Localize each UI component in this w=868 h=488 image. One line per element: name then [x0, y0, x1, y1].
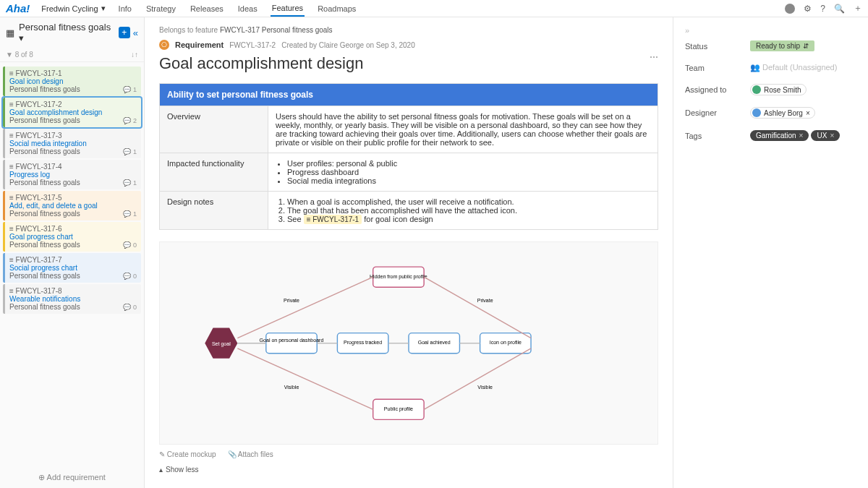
svg-text:Goal on personal dashboard: Goal on personal dashboard	[260, 338, 324, 343]
parent-link[interactable]: FWCYL-317 Personal fitness goals	[220, 26, 333, 34]
svg-rect-2	[266, 333, 317, 354]
requirement-card[interactable]: ≡ FWCYL-317-7Social progress chartPerson…	[3, 253, 141, 283]
help-icon[interactable]: ?	[820, 4, 825, 14]
search-icon[interactable]: 🔍	[834, 4, 845, 14]
svg-text:Set goal: Set goal	[212, 341, 231, 347]
record-type: Requirement	[175, 40, 224, 49]
show-less-button[interactable]: ▴ Show less	[159, 466, 658, 474]
add-button[interactable]: +	[119, 27, 130, 38]
avatar[interactable]	[785, 4, 795, 14]
filter-icon[interactable]: ▼ 8 of 8	[6, 51, 33, 59]
nav-info[interactable]: Info	[117, 1, 133, 17]
svg-line-20	[237, 348, 373, 410]
logo: Aha!	[6, 2, 30, 14]
gear-icon[interactable]: ⚙	[804, 4, 812, 14]
assignee-chip[interactable]: Rose Smith	[750, 84, 807, 95]
nav-ideas[interactable]: Ideas	[237, 1, 259, 17]
tab-history[interactable]: HISTORY	[292, 484, 327, 488]
requirement-card[interactable]: ≡ FWCYL-317-1Goal icon designPersonal fi…	[3, 67, 141, 96]
record-id: FWCYL-317-2	[229, 41, 276, 49]
svg-text:Progress tracked: Progress tracked	[344, 340, 382, 346]
requirement-card[interactable]: ≡ FWCYL-317-5Add, edit, and delete a goa…	[3, 191, 141, 221]
requirement-card[interactable]: ≡ FWCYL-317-3Social media integrationPer…	[3, 129, 141, 158]
page-title[interactable]: Goal accomplishment design	[159, 54, 658, 73]
expand-icon[interactable]: »	[685, 26, 856, 35]
svg-text:Hidden from public profile: Hidden from public profile	[370, 274, 427, 280]
board-icon: ▦	[6, 27, 14, 38]
attach-files-button[interactable]: 📎 Attach files	[228, 450, 273, 458]
nav-releases[interactable]: Releases	[189, 1, 225, 17]
svg-line-18	[237, 277, 373, 338]
requirement-card[interactable]: ≡ FWCYL-317-4Progress logPersonal fitnes…	[3, 160, 141, 189]
record-created: Created by Claire George on Sep 3, 2020	[281, 41, 415, 49]
reference-pill[interactable]: ≡ FWCYL-317-1	[304, 215, 362, 224]
svg-text:Icon on profile: Icon on profile	[490, 340, 522, 346]
requirement-icon: ⎔	[159, 40, 169, 50]
description-table[interactable]: Ability to set personal fitness goals Ov…	[159, 83, 658, 230]
product-selector[interactable]: Fredwin Cycling ▾	[41, 4, 105, 13]
tag-chip[interactable]: Gamification ×	[750, 130, 809, 141]
breadcrumb: Belongs to feature FWCYL-317 Personal fi…	[159, 26, 658, 34]
nav-features[interactable]: Features	[271, 1, 305, 17]
tab-todos[interactable]: TO-DOS 1	[233, 484, 277, 488]
svg-text:Private: Private	[477, 298, 493, 303]
svg-line-21	[424, 348, 531, 410]
collapse-icon[interactable]: «	[133, 27, 138, 38]
add-requirement-button[interactable]: ⊕ Add requirement	[0, 467, 144, 488]
team-field[interactable]: 👥 Default (Unassigned)	[750, 63, 856, 72]
requirement-card[interactable]: ≡ FWCYL-317-6Goal progress chartPersonal…	[3, 222, 141, 252]
svg-text:Public profile: Public profile	[384, 406, 413, 412]
diagram[interactable]: Set goal Goal on personal dashboard Prog…	[159, 241, 658, 445]
nav-roadmaps[interactable]: Roadmaps	[316, 1, 357, 17]
svg-text:Goal achieved: Goal achieved	[418, 340, 451, 345]
requirement-card[interactable]: ≡ FWCYL-317-8Wearable notificationsPerso…	[3, 284, 141, 314]
add-icon[interactable]: ＋	[854, 2, 862, 14]
svg-text:Private: Private	[284, 298, 299, 303]
tag-chip[interactable]: UX ×	[811, 130, 840, 141]
nav-strategy[interactable]: Strategy	[145, 1, 177, 17]
designer-chip[interactable]: Ashley Borg ×	[750, 107, 815, 119]
svg-text:Visible: Visible	[477, 385, 493, 390]
tab-related[interactable]: RELATED	[341, 484, 377, 488]
requirement-card[interactable]: ≡ FWCYL-317-2Goal accomplishment designP…	[3, 98, 141, 127]
more-icon[interactable]: ⋯	[650, 52, 658, 62]
create-mockup-button[interactable]: ✎ Create mockup	[159, 450, 216, 458]
status-pill[interactable]: Ready to ship ⇵	[750, 40, 814, 51]
sort-icon[interactable]: ↓↑	[131, 51, 138, 59]
svg-line-19	[424, 277, 531, 338]
sidebar-title[interactable]: Personal fitness goals ▾	[19, 22, 114, 43]
svg-text:Visible: Visible	[284, 385, 299, 390]
tab-comments[interactable]: COMMENTS 2	[159, 484, 218, 488]
